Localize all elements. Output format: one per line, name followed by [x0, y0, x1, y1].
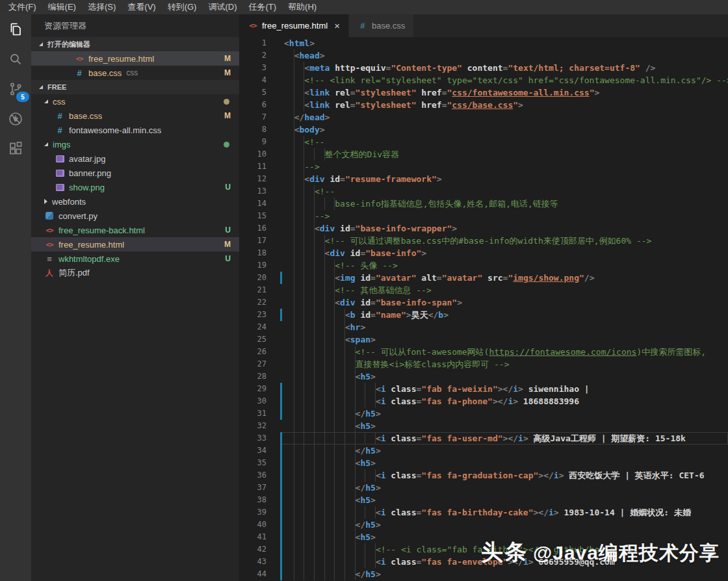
- code-text: <i class="fas fa-phone"></i> 18688883996: [282, 395, 579, 407]
- menu-help[interactable]: 帮助(H): [282, 0, 322, 14]
- code-line-23[interactable]: 23<b id="name">昊天</b>: [239, 309, 728, 321]
- code-line-34[interactable]: 34</h5>: [239, 445, 728, 457]
- code-line-44[interactable]: 44</h5>: [239, 568, 728, 580]
- menu-debug[interactable]: 调试(D): [202, 0, 242, 14]
- code-line-36[interactable]: 36<i class="fas fa-graduation-cap"></i> …: [239, 469, 728, 482]
- menu-view[interactable]: 查看(V): [122, 0, 161, 14]
- tree-item-css[interactable]: css: [31, 94, 239, 109]
- code-line-6[interactable]: 6<link rel="stylesheet" href="css/base.c…: [239, 99, 728, 111]
- code-line-32[interactable]: 32<h5>: [239, 420, 728, 432]
- menu-selection[interactable]: 选择(S): [82, 0, 122, 14]
- folder-collapsed-icon[interactable]: [44, 199, 47, 204]
- activity-explorer[interactable]: [0, 14, 31, 44]
- code-line-26[interactable]: 26<!-- 可以从font-awesome网站(https://fontawe…: [239, 346, 728, 358]
- tree-item-convert.py[interactable]: convert.py: [31, 209, 239, 223]
- folder-expanded-icon[interactable]: [44, 142, 48, 146]
- tree-item-banner.png[interactable]: banner.png: [31, 166, 239, 180]
- indent-guides: [284, 284, 335, 296]
- code-line-33[interactable]: 33<i class="fas fa-user-md"></i> 高级Java工…: [239, 432, 728, 445]
- tree-item-fontawesome-all.min.css[interactable]: #fontawesome-all.min.css: [31, 123, 239, 137]
- code-line-1[interactable]: 1<html>: [239, 37, 728, 49]
- code-line-41[interactable]: 41<h5>: [239, 531, 728, 543]
- tree-item-wkhtmltopdf.exe[interactable]: ≡wkhtmltopdf.exeU: [31, 252, 239, 266]
- code-line-31[interactable]: 31</h5>: [239, 407, 728, 420]
- menu-goto[interactable]: 转到(G): [162, 0, 203, 14]
- code-line-20[interactable]: 20<img id="avatar" alt="avatar" src="img…: [239, 272, 728, 284]
- tree-item-free_resume-back.html[interactable]: <>free_resume-back.htmlU: [31, 223, 239, 237]
- close-icon[interactable]: ×: [334, 21, 340, 31]
- code-line-37[interactable]: 37</h5>: [239, 482, 728, 494]
- folder-expanded-icon[interactable]: [44, 99, 48, 103]
- code-line-27[interactable]: 27直接替换<i>标签class内内容即可 -->: [239, 358, 728, 370]
- code-line-4[interactable]: 4<!-- <link rel="stylesheet" type="text/…: [239, 74, 728, 86]
- line-number: 30: [239, 395, 280, 407]
- open-editor-base.css[interactable]: #base.csscssM: [31, 66, 239, 80]
- item-label: show.png: [69, 183, 105, 192]
- code-line-10[interactable]: 10整个文档的Div容器: [239, 148, 728, 161]
- tree-item-imgs[interactable]: imgs: [31, 137, 239, 151]
- code-line-8[interactable]: 8<body>: [239, 123, 728, 136]
- tree-item-avatar.jpg[interactable]: avatar.jpg: [31, 151, 239, 166]
- code-line-13[interactable]: 13<!--: [239, 185, 728, 198]
- open-editor-free_resume.html[interactable]: <>free_resume.htmlM: [31, 51, 239, 66]
- code-line-38[interactable]: 38<h5>: [239, 494, 728, 506]
- line-number: 14: [239, 198, 280, 210]
- line-number: 32: [239, 420, 280, 432]
- code-line-5[interactable]: 5<link rel="stylesheet" href="css/fontaw…: [239, 86, 728, 99]
- activity-debug[interactable]: [0, 104, 31, 134]
- open-editors-section-header[interactable]: 打开的编辑器: [31, 37, 239, 51]
- code-line-35[interactable]: 35<h5>: [239, 457, 728, 469]
- tree-item-show.png[interactable]: show.pngU: [31, 180, 239, 194]
- code-line-30[interactable]: 30<i class="fas fa-phone"></i> 186888839…: [239, 395, 728, 407]
- tree-item-webfonts[interactable]: webfonts: [31, 194, 239, 209]
- indent-guides: [284, 358, 356, 370]
- code-line-22[interactable]: 22<div id="base-info-span">: [239, 296, 728, 309]
- code-line-3[interactable]: 3<meta http-equiv="Content-type" content…: [239, 62, 728, 74]
- code-line-39[interactable]: 39<i class="fas fa-birthday-cake"></i> 1…: [239, 506, 728, 519]
- code-line-42[interactable]: 42<!-- <i class="fab fa-github"></i> git…: [239, 543, 728, 556]
- code-line-7[interactable]: 7</head>: [239, 111, 728, 123]
- menu-file[interactable]: 文件(F): [3, 0, 42, 14]
- code-line-11[interactable]: 11-->: [239, 161, 728, 173]
- code-text: <meta http-equiv="Content-type" content=…: [282, 62, 655, 74]
- folder-section-header[interactable]: FREE: [31, 80, 239, 94]
- code-line-21[interactable]: 21<!-- 其他基础信息 -->: [239, 284, 728, 296]
- code-text: <img id="avatar" alt="avatar" src="imgs/…: [282, 272, 594, 284]
- code-line-24[interactable]: 24<hr>: [239, 321, 728, 333]
- code-editor[interactable]: 1<html>2<head>3<meta http-equiv="Content…: [239, 37, 728, 581]
- code-line-9[interactable]: 9<!--: [239, 136, 728, 148]
- code-line-25[interactable]: 25<span>: [239, 333, 728, 346]
- activity-source-control[interactable]: 5: [0, 74, 31, 104]
- line-number: 31: [239, 407, 280, 420]
- menu-edit[interactable]: 编辑(E): [42, 0, 82, 14]
- menu-tasks[interactable]: 任务(T): [242, 0, 282, 14]
- tab-free_resume.html[interactable]: <>free_resume.html×: [239, 14, 348, 37]
- code-line-12[interactable]: 12<div id="resume-framework">: [239, 173, 728, 185]
- code-line-29[interactable]: 29<i class="fab fa-weixin"></i> siwennih…: [239, 383, 728, 395]
- line-number: 21: [239, 284, 280, 296]
- indent-guides: [284, 395, 376, 407]
- tree-item-free_resume.html[interactable]: <>free_resume.htmlM: [31, 237, 239, 252]
- code-line-40[interactable]: 40</h5>: [239, 519, 728, 531]
- code-line-28[interactable]: 28<h5>: [239, 370, 728, 383]
- indent-guides: [284, 432, 376, 445]
- line-number: 44: [239, 568, 280, 580]
- activity-search[interactable]: [0, 44, 31, 74]
- activity-extensions[interactable]: [0, 134, 31, 164]
- tree-item-base.css[interactable]: #base.cssM: [31, 109, 239, 123]
- code-text: </h5>: [282, 519, 381, 531]
- vscode-window: 文件(F)编辑(E)选择(S)查看(V)转到(G)调试(D)任务(T)帮助(H)…: [0, 0, 728, 581]
- code-line-14[interactable]: 14base-info指基础信息,包括头像,姓名,邮箱,电话,链接等: [239, 198, 728, 210]
- language-label: css: [126, 68, 138, 77]
- tab-base.css[interactable]: #base.css: [349, 14, 413, 37]
- code-line-19[interactable]: 19<!-- 头像 -->: [239, 259, 728, 272]
- code-line-18[interactable]: 18<div id="base-info">: [239, 247, 728, 259]
- git-status-dot: [224, 99, 229, 105]
- code-line-2[interactable]: 2<head>: [239, 49, 728, 62]
- git-status-dot: [224, 142, 229, 148]
- tree-item-简历.pdf[interactable]: 人简历.pdf: [31, 266, 239, 280]
- code-line-16[interactable]: 16<div id="base-info-wrapper">: [239, 222, 728, 235]
- code-line-43[interactable]: 43<i class="fas fa-envelope"></i> 606959…: [239, 556, 728, 568]
- code-line-17[interactable]: 17<!-- 可以通过调整base.css中的#base-info的width来…: [239, 235, 728, 247]
- code-line-15[interactable]: 15-->: [239, 210, 728, 222]
